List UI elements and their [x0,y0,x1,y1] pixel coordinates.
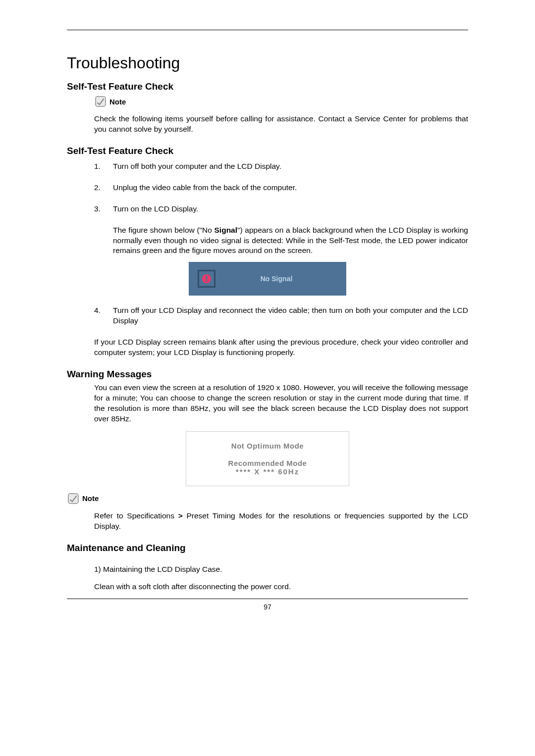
note-paragraph-specs: Refer to Specifications > Preset Timing … [94,511,468,532]
top-rule [67,30,468,30]
signal-bold: Signal [214,226,238,234]
procedure-list-continued: 4. Turn off your LCD Display and reconne… [94,305,468,326]
greater-than-bold: > [178,511,183,520]
text-fragment: Refer to Specifications [94,511,178,520]
mode-line-3: **** X *** 60Hz [194,467,341,476]
list-number: 4. [94,305,113,316]
svg-point-3 [206,281,207,282]
document-page: Troubleshooting Self-Test Feature Check … [0,0,535,631]
closing-paragraph: If your LCD Display screen remains blank… [94,337,468,358]
step3-subparagraph: The figure shown below ("No Signal") app… [113,225,468,256]
list-text: Turn off both your computer and the LCD … [113,161,468,172]
list-text: Turn off your LCD Display and reconnect … [113,305,468,326]
list-item: 4. Turn off your LCD Display and reconne… [94,305,468,326]
list-item: 2. Unplug the video cable from the back … [94,183,468,193]
page-title: Troubleshooting [67,54,468,72]
note-row: Note [94,95,468,108]
mode-line-2: Recommended Mode [194,459,341,467]
warning-icon-frame [198,270,215,288]
bottom-rule [67,599,468,599]
maintenance-p1: 1) Maintaining the LCD Display Case. [94,564,468,575]
warning-paragraph: You can even view the screen at a resolu… [94,383,468,424]
note-icon [67,492,80,505]
procedure-list: 1. Turn off both your computer and the L… [94,161,468,214]
note-row: Note [67,492,468,505]
page-number: 97 [67,603,468,611]
no-signal-text: No Signal [215,275,337,283]
list-item: 3. Turn on the LCD Display. [94,204,468,214]
note-icon [94,95,107,108]
svg-rect-4 [68,494,78,504]
list-number: 1. [94,161,113,172]
mode-dialog: Not Optimum Mode Recommended Mode **** X… [186,431,349,486]
section-heading-warning-messages: Warning Messages [67,369,468,380]
maintenance-p2: Clean with a soft cloth after disconnect… [94,582,468,592]
note-label: Note [109,98,126,106]
text-fragment: The figure shown below ("No [113,226,214,234]
list-number: 2. [94,183,113,193]
svg-rect-0 [96,97,106,106]
note-paragraph: Check the following items yourself befor… [94,114,468,135]
note-label: Note [82,494,99,503]
warning-icon [201,273,212,284]
list-item: 1. Turn off both your computer and the L… [94,161,468,172]
no-signal-dialog: No Signal [189,262,346,296]
list-number: 3. [94,204,113,214]
svg-rect-2 [206,276,208,280]
section-heading-self-test-1: Self-Test Feature Check [67,81,468,92]
section-heading-self-test-2: Self-Test Feature Check [67,146,468,156]
list-text: Unplug the video cable from the back of … [113,183,468,193]
section-heading-maintenance: Maintenance and Cleaning [67,543,468,554]
mode-line-1: Not Optimum Mode [194,442,341,450]
list-text: Turn on the LCD Display. [113,204,468,214]
